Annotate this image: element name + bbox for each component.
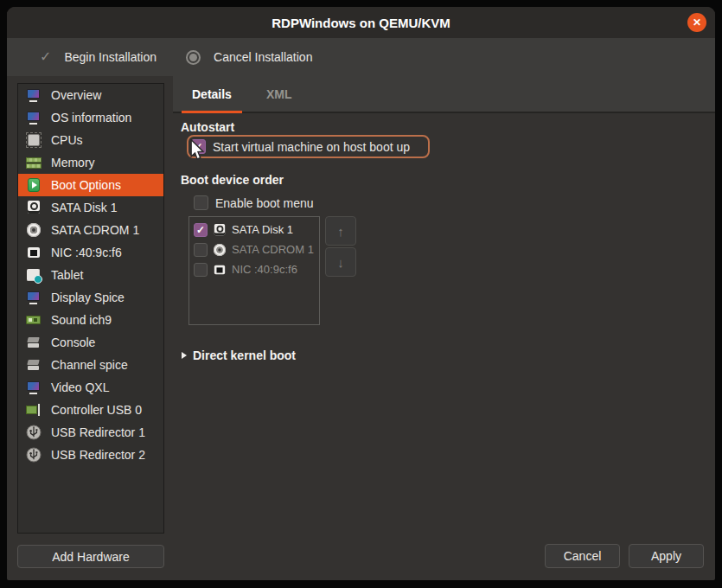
titlebar[interactable]: RDPWindows on QEMU/KVM ✕ — [7, 7, 715, 38]
boot-device-label: NIC :40:9c:f6 — [232, 263, 297, 276]
cdrom-icon — [213, 243, 227, 257]
tab-details-label: Details — [192, 87, 232, 101]
boot-device-list: ✓SATA Disk 1SATA CDROM 1NIC :40:9c:f6 — [188, 216, 320, 325]
sidebar-item-label: USB Redirector 1 — [51, 425, 145, 439]
sidebar-item-label: Tablet — [51, 268, 83, 282]
memory-icon — [26, 155, 42, 170]
boot-device-checkbox[interactable]: ✓ — [194, 223, 208, 237]
move-up-button[interactable]: ↑ — [325, 216, 356, 246]
enable-boot-menu-row[interactable]: Enable boot menu — [194, 195, 314, 210]
disk-icon — [26, 200, 42, 215]
close-button[interactable]: ✕ — [687, 13, 706, 32]
sidebar-item-display-spice[interactable]: Display Spice — [18, 286, 163, 309]
sidebar-item-label: Sound ich9 — [51, 313, 112, 327]
boot-device-label: SATA Disk 1 — [232, 223, 293, 236]
autostart-heading: Autostart — [181, 120, 234, 134]
sidebar-item-label: Video QXL — [51, 380, 109, 394]
boot-device-row-sata-cdrom-1[interactable]: SATA CDROM 1 — [194, 240, 319, 259]
close-icon: ✕ — [693, 16, 701, 29]
sidebar-item-controller-usb-0[interactable]: Controller USB 0 — [18, 399, 163, 421]
sidebar-item-label: Overview — [51, 88, 101, 102]
boot-device-order-heading: Boot device order — [181, 173, 284, 187]
monitor-icon — [26, 380, 42, 395]
sidebar-item-sound-ich9[interactable]: Sound ich9 — [18, 309, 163, 331]
sidebar-item-usb-redirector-1[interactable]: USB Redirector 1 — [18, 421, 163, 444]
cancel-installation-label: Cancel Installation — [214, 50, 312, 64]
chevron-right-icon — [182, 352, 187, 359]
serial-icon — [26, 335, 42, 350]
direct-kernel-boot-expander[interactable]: Direct kernel boot — [182, 348, 296, 362]
sidebar-item-label: Memory — [51, 156, 95, 169]
begin-installation-label: Begin Installation — [64, 50, 157, 64]
sidebar-item-label: OS information — [51, 111, 131, 125]
monitor-icon — [26, 110, 42, 125]
sidebar-item-channel-spice[interactable]: Channel spice — [18, 354, 163, 376]
sidebar-item-label: Console — [51, 336, 95, 349]
boot-device-checkbox[interactable] — [194, 243, 208, 257]
apply-button[interactable]: Apply — [629, 544, 704, 568]
cancel-installation-button[interactable]: Cancel Installation — [186, 50, 312, 65]
monitor-icon — [26, 87, 42, 103]
monitor-icon — [26, 290, 42, 305]
sidebar-item-tablet[interactable]: Tablet — [18, 264, 163, 286]
boot-device-checkbox[interactable] — [194, 263, 208, 277]
sidebar-item-memory[interactable]: Memory — [18, 151, 163, 174]
sidebar-item-nic-40-9c-f6[interactable]: NIC :40:9c:f6 — [18, 241, 163, 264]
cpu-icon — [26, 132, 42, 148]
check-icon: ✓ — [194, 142, 202, 152]
move-down-button[interactable]: ↓ — [325, 247, 356, 277]
tablet-icon — [26, 267, 42, 283]
apply-label: Apply — [651, 549, 681, 563]
tab-details[interactable]: Details — [175, 76, 249, 112]
sidebar-item-label: CPUs — [51, 133, 83, 147]
hardware-list: OverviewOS informationCPUsMemoryBoot Opt… — [17, 83, 164, 534]
tabstrip: Details XML — [173, 76, 715, 113]
serial-icon — [26, 357, 42, 373]
nic-icon — [213, 263, 227, 277]
cancel-record-icon — [186, 50, 201, 65]
boot-device-row-nic-40-9c-f6[interactable]: NIC :40:9c:f6 — [194, 259, 319, 279]
usb-icon — [26, 425, 42, 440]
add-hardware-label: Add Hardware — [52, 550, 130, 564]
sidebar-item-sata-cdrom-1[interactable]: SATA CDROM 1 — [18, 219, 163, 241]
cancel-button[interactable]: Cancel — [545, 544, 620, 568]
window-title: RDPWindows on QEMU/KVM — [272, 16, 450, 30]
boot-device-row-sata-disk-1[interactable]: ✓SATA Disk 1 — [194, 220, 319, 240]
cdrom-icon — [26, 222, 42, 238]
sidebar-item-video-qxl[interactable]: Video QXL — [18, 376, 163, 399]
sidebar-item-sata-disk-1[interactable]: SATA Disk 1 — [18, 196, 163, 219]
enable-boot-menu-checkbox[interactable] — [194, 195, 208, 210]
sidebar-item-usb-redirector-2[interactable]: USB Redirector 2 — [18, 444, 163, 466]
enable-boot-menu-label: Enable boot menu — [215, 196, 314, 210]
sidebar-item-label: SATA Disk 1 — [51, 201, 118, 214]
boot-icon — [26, 177, 42, 193]
cancel-label: Cancel — [564, 549, 602, 563]
sidebar-item-label: Display Spice — [51, 291, 125, 304]
sidebar-item-os-information[interactable]: OS information — [18, 106, 163, 129]
sidebar-item-label: NIC :40:9c:f6 — [51, 246, 122, 259]
begin-installation-button[interactable]: ✓ Begin Installation — [40, 50, 157, 64]
sidebar-item-label: Channel spice — [51, 358, 128, 372]
tab-xml[interactable]: XML — [249, 76, 310, 112]
autostart-checkbox-row[interactable]: ✓ Start virtual machine on host boot up — [187, 135, 430, 158]
autostart-checkbox-label: Start virtual machine on host boot up — [213, 140, 410, 154]
sidebar-item-console[interactable]: Console — [18, 331, 163, 354]
boot-device-label: SATA CDROM 1 — [232, 243, 314, 256]
sidebar-item-label: SATA CDROM 1 — [51, 223, 139, 237]
sidebar-item-label: Controller USB 0 — [51, 403, 142, 417]
sidebar-item-label: Boot Options — [51, 178, 121, 192]
sidebar-item-label: USB Redirector 2 — [51, 448, 145, 462]
arrow-up-icon: ↑ — [337, 224, 344, 239]
arrow-down-icon: ↓ — [337, 255, 344, 270]
direct-kernel-boot-label: Direct kernel boot — [193, 348, 296, 362]
sidebar-item-boot-options[interactable]: Boot Options — [18, 174, 163, 196]
checkmark-icon: ✓ — [40, 50, 51, 64]
add-hardware-button[interactable]: Add Hardware — [17, 545, 164, 568]
sidebar-item-overview[interactable]: Overview — [18, 84, 163, 106]
disk-icon — [213, 223, 227, 237]
usb-icon — [26, 447, 42, 463]
sidebar-item-cpus[interactable]: CPUs — [18, 129, 163, 151]
autostart-checkbox[interactable]: ✓ — [191, 139, 206, 154]
vm-details-window: RDPWindows on QEMU/KVM ✕ ✓ Begin Install… — [7, 7, 715, 580]
nic-icon — [26, 245, 42, 260]
